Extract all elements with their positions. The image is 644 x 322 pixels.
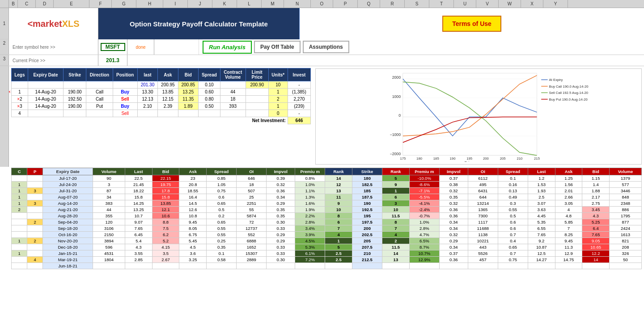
td-impvol-put: 0.36: [439, 257, 468, 263]
td-prem-put: -4.1%: [409, 200, 439, 207]
col-j: J: [188, 0, 212, 8]
td-p: [27, 213, 43, 219]
td-rank-call: 6: [325, 219, 352, 225]
run-analysis-button[interactable]: Run Analysis: [203, 41, 252, 54]
td-strike: 182.5: [352, 182, 382, 188]
td-rank-put: 11.5: [382, 213, 410, 219]
td-impvol-call: 0.33: [267, 244, 295, 250]
row-num-3: 3: [0, 55, 9, 66]
td-rank-call: 7: [325, 225, 352, 232]
td-invest-4: -: [288, 110, 310, 117]
td-expiry: Jun-18-21: [43, 263, 93, 269]
td-impvol-call: 0.29: [267, 200, 295, 207]
td-vol-call: 383: [93, 200, 125, 207]
svg-text:205: 205: [500, 157, 506, 161]
symbol-input[interactable]: [101, 43, 125, 51]
td-ask-call: 18.55: [179, 188, 207, 194]
td-prem-call: 2.2%: [295, 213, 325, 219]
td-cvol-3: 393: [220, 103, 246, 110]
svg-text:200: 200: [483, 157, 489, 161]
td-bid-call: 19.75: [152, 182, 179, 188]
payoff-table-button[interactable]: Pay Off Table: [254, 41, 301, 53]
td-impvol-call: 0.29: [267, 238, 295, 244]
td-ask-call: 3.6: [179, 250, 207, 257]
td-c: 1: [12, 182, 27, 188]
net-investment-label: Net Investment:: [246, 117, 288, 124]
td-units-0: 10: [268, 81, 288, 89]
td-prem-call: 3.4%: [295, 225, 325, 232]
td-oi-call: 6888: [237, 238, 267, 244]
spacer-row3: [127, 55, 644, 66]
td-vol-call: 4531: [93, 250, 125, 257]
td-vol-call: 1804: [93, 257, 125, 263]
th-p: P: [27, 168, 43, 175]
td-spread-put: 0.16: [498, 182, 528, 188]
symbol-label-cell: Enter symbol here >>: [9, 39, 98, 55]
td-impvol-call: 0.33: [267, 250, 295, 257]
td-oi-put: 6112: [468, 175, 498, 182]
td-oi-call: 5874: [237, 213, 267, 219]
td-ask-call: 9.45: [179, 219, 207, 225]
td-bid-call: 8.8: [152, 219, 179, 225]
col-k: K: [212, 0, 237, 8]
td-spread-put: 0.55: [498, 207, 528, 213]
td-vol-put: 208: [610, 244, 642, 250]
td-strike-1: 190.00: [64, 89, 86, 96]
th-strike: Strike: [64, 68, 86, 81]
td-strike-3: 190.00: [64, 103, 86, 110]
options-row-2: 13Jul-31-208718.2217.818.550.755070.361.…: [12, 188, 642, 194]
th-oi-put: OI: [468, 168, 498, 175]
td-prem-put: -10.0%: [409, 175, 439, 182]
td-x-1: ×1: [12, 89, 28, 96]
logo-area: <marketXLS: [9, 8, 98, 39]
td-rank-put: 10: [382, 207, 410, 213]
th-rank-put: Rank: [382, 168, 410, 175]
legs-row-4: 4 Sell 0 -: [12, 110, 311, 117]
td-impvol-put: 0.36: [439, 213, 468, 219]
td-pos-4: Sell: [113, 110, 137, 117]
td-oi-call: 72: [237, 219, 267, 225]
td-c: 1: [12, 250, 27, 257]
td-spread-2: 0.80: [199, 96, 220, 103]
td-expiry: Jul-17-20: [43, 175, 93, 182]
td-bid-call: 7.5: [152, 225, 179, 232]
td-bid-call: 3.5: [152, 250, 179, 257]
td-last-call: 3.55: [125, 250, 152, 257]
td-c: 1: [12, 238, 27, 244]
td-prem-call: 6.1%: [295, 250, 325, 257]
assumptions-button[interactable]: Assumptions: [303, 41, 349, 53]
td-prem-put: -8.6%: [409, 182, 439, 188]
td-invest-3: (239): [288, 103, 310, 110]
options-row-8: Sep-18-2031067.657.58.050.55127370.333.4…: [12, 225, 642, 232]
td-bid-3: 1.89: [178, 103, 198, 110]
svg-text:Sell Call 192.5 Aug-14-20: Sell Call 192.5 Aug-14-20: [549, 91, 589, 95]
td-impvol-call: 0.30: [267, 257, 295, 263]
td-spread-put: 0.7: [498, 250, 528, 257]
td-spread-put: 0.6: [498, 219, 528, 225]
options-row-11: Dec-18-205964.34.154.50.3516520.335.3%52…: [12, 244, 642, 250]
td-p: [27, 244, 43, 250]
td-bid-call: 2.67: [152, 257, 179, 263]
td-prem-put: 12.9%: [409, 257, 439, 263]
td-units-2: 2: [268, 96, 288, 103]
td-c: [12, 219, 27, 225]
th-legs: Legs: [12, 68, 28, 81]
td-ask-0: 200.95: [158, 81, 178, 89]
svg-text:190: 190: [450, 157, 456, 161]
legs-row-3: ×3 14-Aug-20 190.00 Put Buy 2.10 2.39 1.…: [12, 103, 311, 110]
td-c: 1: [12, 200, 27, 207]
th-impvol-call: Impvol: [267, 168, 295, 175]
svg-rect-5: [403, 73, 537, 156]
col-c: C: [18, 0, 36, 8]
td-strike: [352, 263, 382, 269]
td-ask-put: 8.25: [555, 232, 582, 238]
td-vol-put: 50: [610, 257, 642, 263]
td-bid-call: 22.15: [152, 175, 179, 182]
td-oi-put: 11688: [468, 225, 498, 232]
td-ask-call: 14.5: [179, 200, 207, 207]
terms-button[interactable]: Terms of Use: [442, 16, 501, 32]
td-strike-4: [64, 110, 86, 117]
td-prem-put: -7.1%: [409, 188, 439, 194]
td-oi-put: 1365: [468, 207, 498, 213]
td-ask-put: 9.45: [555, 238, 582, 244]
